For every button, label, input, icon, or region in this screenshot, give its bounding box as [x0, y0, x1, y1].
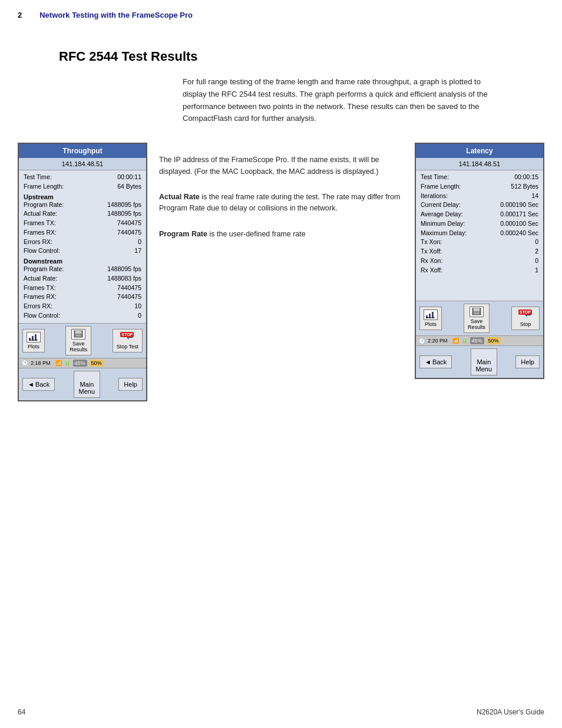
ds-frames-tx-label: Frames TX:	[24, 284, 56, 293]
program-rate-bold: Program Rate	[159, 230, 207, 238]
page-footer: 64 N2620A User's Guide	[0, 708, 562, 716]
throughput-time: 2:18 PM	[31, 360, 51, 366]
stop-test-label: Stop Test	[117, 344, 138, 350]
actual-rate-label: Actual Rate:	[24, 209, 57, 219]
page-number: 2	[18, 11, 22, 19]
battery-icon: 🔋	[64, 360, 71, 366]
lat-maximum-delay-value: 0.000240 Sec	[500, 229, 538, 238]
lat-battery-icon: 🔋	[461, 338, 468, 344]
throughput-ip: 141.184.48.51	[19, 158, 146, 170]
throughput-buttons: Plots Save Results STOP ↩ Stop Test	[19, 323, 146, 358]
lat-back-button[interactable]: ◄ Back	[419, 355, 452, 368]
latency-title-bar: Latency	[416, 144, 543, 158]
svg-rect-12	[474, 308, 480, 311]
lat-minimum-delay-value: 0.000100 Sec	[500, 219, 538, 229]
main-menu-label: Main Menu	[79, 381, 95, 395]
help-label: Help	[124, 381, 137, 388]
back-label: Back	[35, 381, 49, 388]
lat-clock-icon: 🕐	[418, 338, 425, 344]
annotation-ip: The IP address of the FrameScope Pro. If…	[159, 154, 403, 177]
downstream-header: Downstream	[24, 258, 141, 265]
lat-test-time-label: Test Time:	[421, 173, 449, 182]
lat-battery2: 50%	[487, 337, 501, 344]
actual-rate-bold: Actual Rate	[159, 193, 200, 201]
latency-screen: Latency 141.184.48.51 Test Time: 00:00:1…	[415, 143, 544, 379]
lat-iterations-label: Iterations:	[421, 192, 448, 201]
lat-rx-xon-value: 0	[535, 256, 538, 266]
throughput-title-bar: Throughput	[19, 144, 146, 158]
ds-program-rate-value: 1488095 fps	[107, 265, 141, 274]
lat-current-delay-label: Current Delay:	[421, 200, 461, 210]
ds-frames-rx-value: 7440475	[117, 292, 141, 302]
lat-average-delay-label: Average Delay:	[421, 210, 463, 219]
frame-length-label: Frame Length:	[24, 182, 64, 192]
lat-tx-xon-label: Tx Xon:	[421, 238, 442, 247]
lat-stop-button[interactable]: STOP ↩ Stop	[511, 307, 540, 330]
back-arrow-icon: ◄	[28, 381, 34, 388]
ds-actual-rate-value: 1488083 fps	[107, 274, 141, 284]
ds-program-rate-label: Program Rate:	[24, 265, 64, 274]
frames-rx-label: Frames RX:	[24, 228, 57, 238]
lat-test-time-value: 00:00:15	[514, 173, 538, 182]
lat-average-delay-value: 0.000171 Sec	[500, 210, 538, 219]
page-header: 2 Network Testing with the FrameScope Pr…	[0, 0, 562, 25]
svg-rect-5	[75, 331, 81, 334]
save-label: Save Results	[70, 341, 87, 353]
lat-rx-xoff-value: 1	[535, 266, 538, 275]
lat-plots-button[interactable]: Plots	[419, 307, 442, 330]
lat-frame-length-label: Frame Length:	[421, 182, 461, 192]
ds-flow-control-value: 0	[138, 311, 141, 321]
lat-back-arrow-icon: ◄	[425, 358, 431, 365]
latency-status-bar: 🕐 2:20 PM 📶 🔋 45% 50%	[416, 335, 543, 345]
errors-rx-value: 0	[138, 238, 141, 247]
chapter-title: Network Testing with the FrameScope Pro	[39, 11, 193, 19]
section-title: RFC 2544 Test Results	[59, 49, 562, 64]
lat-main-menu-button[interactable]: Main Menu	[471, 348, 498, 375]
ds-flow-control-label: Flow Control:	[24, 311, 60, 321]
help-button[interactable]: Help	[118, 378, 143, 391]
lat-maximum-delay-label: Maximum Delay:	[421, 229, 467, 238]
lat-back-label: Back	[432, 358, 447, 365]
battery-pct: 45%	[73, 360, 87, 367]
svg-rect-9	[432, 312, 434, 318]
latency-data: Test Time: 00:00:15 Frame Length: 512 By…	[416, 170, 543, 301]
latency-nav: ◄ Back Main Menu Help	[416, 345, 543, 378]
test-time-label: Test Time:	[24, 173, 52, 182]
lat-stop-icon: STOP ↩	[518, 309, 533, 320]
footer-guide-title: N2620A User's Guide	[477, 708, 544, 716]
svg-rect-6	[76, 335, 81, 337]
lat-save-button[interactable]: Save Results	[464, 304, 490, 333]
lat-wifi-icon: 📶	[452, 338, 459, 344]
lat-frame-length-value: 512 Bytes	[511, 182, 538, 192]
throughput-status-bar: 🕐 2:18 PM 📶 🔋 45% 50%	[19, 358, 146, 368]
back-button[interactable]: ◄ Back	[22, 378, 55, 391]
lat-save-icon	[470, 307, 484, 317]
upstream-header: Upstream	[24, 193, 141, 200]
frame-length-value: 64 Bytes	[117, 182, 141, 192]
lat-help-button[interactable]: Help	[515, 355, 540, 368]
svg-rect-2	[35, 334, 37, 341]
flow-control-label: Flow Control:	[24, 246, 60, 256]
main-menu-button[interactable]: Main Menu	[74, 371, 101, 398]
lat-battery-pct: 45%	[470, 337, 484, 344]
frames-tx-value: 7440475	[117, 219, 141, 228]
ds-frames-rx-label: Frames RX:	[24, 292, 57, 302]
stop-test-button[interactable]: STOP ↩ Stop Test	[113, 329, 143, 353]
ds-actual-rate-label: Actual Rate:	[24, 274, 57, 284]
lat-save-label: Save Results	[468, 318, 485, 330]
frames-rx-value: 7440475	[117, 228, 141, 238]
program-rate-value: 1488095 fps	[107, 200, 141, 210]
svg-rect-13	[474, 312, 479, 314]
lat-rx-xoff-label: Rx Xoff:	[421, 266, 442, 275]
plots-button[interactable]: Plots	[22, 329, 45, 353]
lat-tx-xon-value: 0	[535, 238, 538, 247]
ds-errors-rx-value: 10	[134, 302, 141, 311]
content-area: Throughput 141.184.48.51 Test Time: 00:0…	[18, 143, 544, 401]
annotation-program-rate: Program Rate is the user-defined frame r…	[159, 229, 403, 240]
lat-tx-xoff-label: Tx Xoff:	[421, 247, 442, 256]
plots-icon	[27, 332, 41, 342]
lat-tx-xoff-value: 2	[535, 247, 538, 256]
save-button[interactable]: Save Results	[65, 326, 91, 355]
lat-iterations-value: 14	[531, 192, 538, 201]
ds-frames-tx-value: 7440475	[117, 284, 141, 293]
